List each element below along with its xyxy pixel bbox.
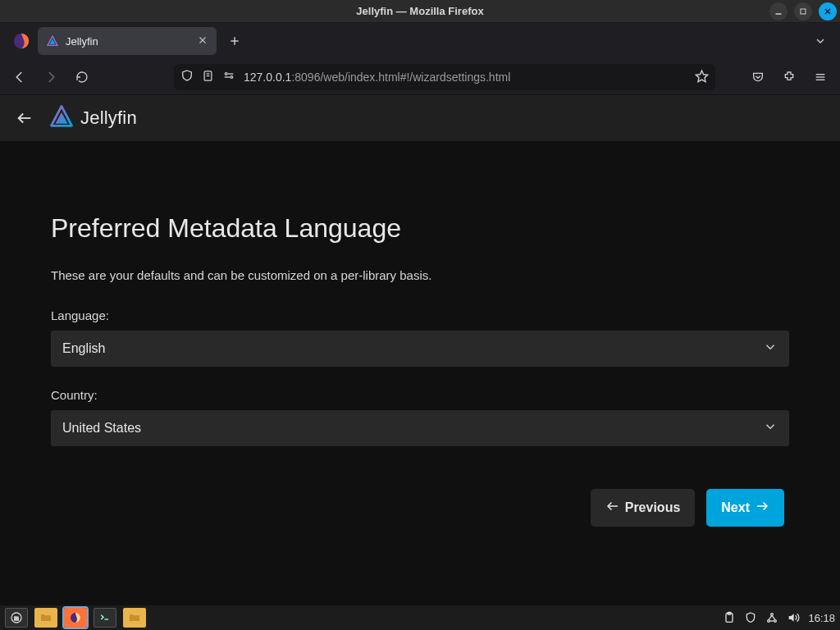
svg-point-29 (768, 620, 770, 623)
svg-point-14 (231, 76, 233, 79)
chevron-down-icon (763, 340, 778, 358)
taskbar-firefox-icon[interactable] (64, 608, 87, 628)
page-info-icon[interactable] (202, 70, 214, 84)
page-heading: Preferred Metadata Language (51, 213, 789, 244)
tray-clock[interactable]: 16:18 (808, 612, 835, 624)
jellyfin-logo-icon (49, 104, 74, 132)
jellyfin-brand-text: Jellyfin (80, 107, 137, 129)
country-label: Country: (51, 388, 789, 402)
window-title: Jellyfin — Mozilla Firefox (356, 5, 483, 17)
tab-close-button[interactable] (197, 34, 208, 48)
app-menu-icon[interactable] (807, 64, 833, 90)
taskbar-terminal-icon[interactable] (94, 608, 116, 628)
window-close-button[interactable] (819, 2, 837, 21)
network-icon[interactable] (765, 611, 778, 624)
language-label: Language: (51, 308, 789, 322)
bookmark-star-icon[interactable] (695, 69, 709, 85)
browser-tab[interactable]: Jellyfin (38, 27, 217, 55)
firefox-logo-icon (10, 30, 33, 52)
next-label: Next (721, 500, 750, 515)
language-field: Language: English (51, 308, 789, 367)
new-tab-button[interactable] (221, 28, 248, 54)
browser-tabstrip: Jellyfin (0, 23, 840, 59)
arrow-left-icon (605, 499, 620, 517)
page-description: These are your defaults and can be custo… (51, 268, 789, 282)
jellyfin-wizard-page: Preferred Metadata Language These are yo… (0, 141, 840, 605)
os-tray: 16:18 (723, 611, 835, 624)
country-field: Country: United States (51, 388, 789, 446)
nav-back-button[interactable] (7, 64, 33, 90)
country-select[interactable]: United States (51, 410, 789, 446)
arrow-right-icon (755, 499, 769, 517)
clipboard-icon[interactable] (723, 611, 736, 624)
tray-shield-icon[interactable] (744, 611, 757, 624)
previous-label: Previous (625, 500, 681, 515)
os-taskbar: m 16:18 (0, 605, 840, 630)
next-button[interactable]: Next (706, 489, 784, 527)
svg-line-32 (769, 615, 772, 619)
url-bar[interactable]: 127.0.0.1:8096/web/index.html#!/wizardse… (174, 64, 715, 90)
svg-text:m: m (14, 615, 19, 621)
window-minimize-button[interactable] (769, 2, 788, 21)
pocket-icon[interactable] (745, 64, 771, 90)
start-menu-button[interactable]: m (5, 608, 28, 628)
jellyfin-back-button[interactable] (11, 105, 38, 131)
jellyfin-header: Jellyfin (0, 95, 840, 141)
chevron-down-icon (763, 419, 778, 437)
tab-title: Jellyfin (66, 35, 190, 48)
language-value: English (62, 341, 105, 356)
jellyfin-brand[interactable]: Jellyfin (49, 104, 137, 132)
svg-marker-16 (696, 71, 707, 81)
os-window-controls (769, 0, 837, 22)
taskbar-folder-icon[interactable] (123, 608, 146, 628)
extensions-icon[interactable] (776, 64, 802, 90)
wizard-actions: Previous Next (51, 489, 789, 527)
os-titlebar: Jellyfin — Mozilla Firefox (0, 0, 840, 23)
svg-point-12 (225, 73, 227, 75)
country-value: United States (62, 421, 141, 436)
taskbar-files-icon[interactable] (34, 608, 57, 628)
language-select[interactable]: English (51, 331, 789, 367)
jellyfin-favicon-icon (46, 34, 59, 48)
tabs-overflow-button[interactable] (809, 30, 832, 52)
svg-marker-35 (789, 614, 794, 621)
svg-point-30 (774, 620, 777, 623)
nav-forward-button[interactable] (38, 64, 64, 90)
window-maximize-button[interactable] (794, 2, 812, 21)
shield-icon[interactable] (180, 69, 194, 84)
permissions-icon[interactable] (222, 69, 235, 84)
svg-rect-1 (801, 9, 806, 14)
reload-button[interactable] (69, 64, 95, 90)
browser-toolbar: 127.0.0.1:8096/web/index.html#!/wizardse… (0, 59, 840, 95)
svg-point-31 (771, 614, 774, 616)
svg-line-33 (772, 615, 775, 619)
previous-button[interactable]: Previous (591, 489, 696, 527)
volume-icon[interactable] (787, 611, 800, 624)
url-text: 127.0.0.1:8096/web/index.html#!/wizardse… (244, 71, 687, 84)
